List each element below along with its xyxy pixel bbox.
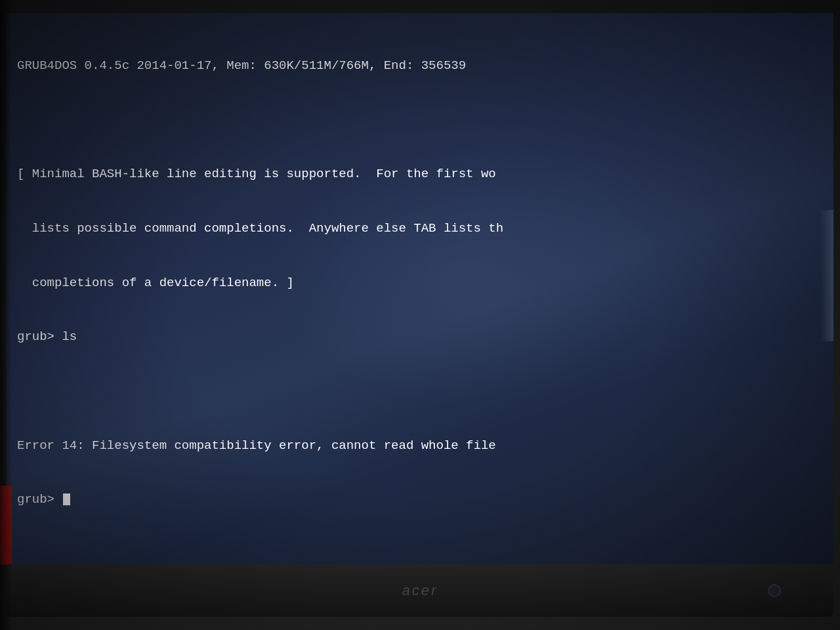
blank-line-0 [17,112,823,130]
screen: GRUB4DOS 0.4.5c 2014-01-17, Mem: 630K/51… [7,13,833,564]
command-1: grub> ls [17,328,823,346]
blank-line-1 [17,383,823,401]
cursor [63,494,70,505]
info-line-3: completions of a device/filename. ] [17,274,823,293]
left-object [0,486,12,564]
error-line: Error 14: Filesystem compatibility error… [17,437,823,455]
monitor-bezel: acer [7,564,833,617]
info-line-1: [ Minimal BASH-like line editing is supp… [17,165,823,184]
monitor-outer: GRUB4DOS 0.4.5c 2014-01-17, Mem: 630K/51… [0,0,840,630]
command-2-prompt: grub> [17,491,823,509]
power-button[interactable] [768,584,781,597]
header-line: GRUB4DOS 0.4.5c 2014-01-17, Mem: 630K/51… [17,57,823,75]
brand-label: acer [402,582,438,599]
info-line-2: lists possible command completions. Anyw… [17,220,823,238]
terminal-content: GRUB4DOS 0.4.5c 2014-01-17, Mem: 630K/51… [17,21,823,545]
